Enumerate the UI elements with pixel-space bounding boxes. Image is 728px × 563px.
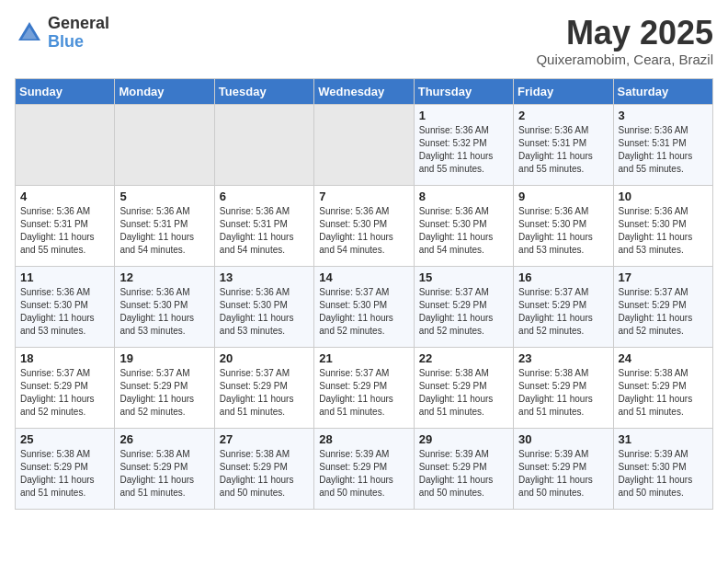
- day-cell: 12Sunrise: 5:36 AM Sunset: 5:30 PM Dayli…: [115, 266, 214, 347]
- month-title: May 2025: [536, 15, 713, 52]
- day-cell: [115, 104, 214, 185]
- day-cell: 2Sunrise: 5:36 AM Sunset: 5:31 PM Daylig…: [514, 104, 613, 185]
- day-cell: 19Sunrise: 5:37 AM Sunset: 5:29 PM Dayli…: [115, 347, 214, 428]
- column-header-sunday: Sunday: [16, 78, 115, 104]
- day-info: Sunrise: 5:39 AM Sunset: 5:29 PM Dayligh…: [319, 448, 408, 500]
- day-cell: 13Sunrise: 5:36 AM Sunset: 5:30 PM Dayli…: [214, 266, 313, 347]
- day-cell: 23Sunrise: 5:38 AM Sunset: 5:29 PM Dayli…: [514, 347, 613, 428]
- day-info: Sunrise: 5:36 AM Sunset: 5:31 PM Dayligh…: [119, 205, 209, 257]
- day-cell: 21Sunrise: 5:37 AM Sunset: 5:29 PM Dayli…: [314, 347, 414, 428]
- day-number: 6: [220, 190, 309, 203]
- day-info: Sunrise: 5:39 AM Sunset: 5:29 PM Dayligh…: [518, 448, 608, 500]
- day-number: 15: [419, 270, 508, 284]
- location-subtitle: Quixeramobim, Ceara, Brazil: [536, 52, 713, 67]
- week-row-1: 1Sunrise: 5:36 AM Sunset: 5:32 PM Daylig…: [16, 104, 713, 185]
- day-number: 4: [20, 190, 109, 203]
- day-number: 19: [119, 351, 209, 365]
- day-info: Sunrise: 5:36 AM Sunset: 5:30 PM Dayligh…: [518, 205, 608, 257]
- day-info: Sunrise: 5:37 AM Sunset: 5:29 PM Dayligh…: [20, 367, 109, 419]
- logo-text: General Blue: [48, 15, 109, 52]
- day-info: Sunrise: 5:36 AM Sunset: 5:30 PM Dayligh…: [619, 205, 708, 257]
- day-cell: 26Sunrise: 5:38 AM Sunset: 5:29 PM Dayli…: [115, 428, 214, 509]
- logo-general-text: General: [48, 15, 109, 33]
- day-info: Sunrise: 5:36 AM Sunset: 5:31 PM Dayligh…: [518, 124, 608, 176]
- day-number: 3: [619, 109, 708, 122]
- day-number: 26: [119, 432, 209, 446]
- day-cell: 15Sunrise: 5:37 AM Sunset: 5:29 PM Dayli…: [414, 266, 513, 347]
- day-info: Sunrise: 5:36 AM Sunset: 5:31 PM Dayligh…: [619, 124, 708, 176]
- day-number: 2: [518, 109, 608, 122]
- day-number: 21: [319, 351, 408, 365]
- week-row-3: 11Sunrise: 5:36 AM Sunset: 5:30 PM Dayli…: [16, 266, 713, 347]
- day-info: Sunrise: 5:36 AM Sunset: 5:30 PM Dayligh…: [20, 286, 109, 338]
- day-info: Sunrise: 5:37 AM Sunset: 5:29 PM Dayligh…: [419, 286, 508, 338]
- day-cell: 5Sunrise: 5:36 AM Sunset: 5:31 PM Daylig…: [115, 185, 214, 266]
- day-info: Sunrise: 5:37 AM Sunset: 5:29 PM Dayligh…: [518, 286, 608, 338]
- day-number: 5: [119, 190, 209, 203]
- day-cell: 10Sunrise: 5:36 AM Sunset: 5:30 PM Dayli…: [613, 185, 712, 266]
- day-info: Sunrise: 5:37 AM Sunset: 5:29 PM Dayligh…: [319, 367, 408, 419]
- column-header-saturday: Saturday: [613, 78, 712, 104]
- logo: General Blue: [15, 15, 109, 52]
- day-number: 24: [619, 351, 708, 365]
- day-number: 17: [619, 270, 708, 284]
- day-cell: [16, 104, 115, 185]
- day-cell: 16Sunrise: 5:37 AM Sunset: 5:29 PM Dayli…: [514, 266, 613, 347]
- day-cell: [314, 104, 414, 185]
- day-number: 25: [20, 432, 109, 446]
- day-info: Sunrise: 5:38 AM Sunset: 5:29 PM Dayligh…: [119, 448, 209, 500]
- day-info: Sunrise: 5:37 AM Sunset: 5:29 PM Dayligh…: [220, 367, 309, 419]
- column-header-friday: Friday: [514, 78, 613, 104]
- day-info: Sunrise: 5:36 AM Sunset: 5:30 PM Dayligh…: [419, 205, 508, 257]
- day-cell: 31Sunrise: 5:39 AM Sunset: 5:30 PM Dayli…: [613, 428, 712, 509]
- day-cell: 14Sunrise: 5:37 AM Sunset: 5:30 PM Dayli…: [314, 266, 414, 347]
- day-number: 23: [518, 351, 608, 365]
- day-number: 13: [220, 270, 309, 284]
- day-info: Sunrise: 5:37 AM Sunset: 5:29 PM Dayligh…: [119, 367, 209, 419]
- day-cell: 25Sunrise: 5:38 AM Sunset: 5:29 PM Dayli…: [16, 428, 115, 509]
- day-info: Sunrise: 5:36 AM Sunset: 5:30 PM Dayligh…: [119, 286, 209, 338]
- day-cell: 28Sunrise: 5:39 AM Sunset: 5:29 PM Dayli…: [314, 428, 414, 509]
- day-number: 8: [419, 190, 508, 203]
- day-cell: 1Sunrise: 5:36 AM Sunset: 5:32 PM Daylig…: [414, 104, 513, 185]
- day-info: Sunrise: 5:36 AM Sunset: 5:30 PM Dayligh…: [220, 286, 309, 338]
- day-number: 22: [419, 351, 508, 365]
- day-cell: 8Sunrise: 5:36 AM Sunset: 5:30 PM Daylig…: [414, 185, 513, 266]
- day-cell: 3Sunrise: 5:36 AM Sunset: 5:31 PM Daylig…: [613, 104, 712, 185]
- day-cell: 7Sunrise: 5:36 AM Sunset: 5:30 PM Daylig…: [314, 185, 414, 266]
- day-info: Sunrise: 5:36 AM Sunset: 5:31 PM Dayligh…: [220, 205, 309, 257]
- day-info: Sunrise: 5:39 AM Sunset: 5:30 PM Dayligh…: [619, 448, 708, 500]
- day-number: 10: [619, 190, 708, 203]
- day-cell: 9Sunrise: 5:36 AM Sunset: 5:30 PM Daylig…: [514, 185, 613, 266]
- day-info: Sunrise: 5:37 AM Sunset: 5:30 PM Dayligh…: [319, 286, 408, 338]
- day-number: 7: [319, 190, 408, 203]
- day-cell: 11Sunrise: 5:36 AM Sunset: 5:30 PM Dayli…: [16, 266, 115, 347]
- header-row: SundayMondayTuesdayWednesdayThursdayFrid…: [16, 78, 713, 104]
- day-number: 28: [319, 432, 408, 446]
- day-number: 31: [619, 432, 708, 446]
- day-number: 12: [119, 270, 209, 284]
- day-info: Sunrise: 5:36 AM Sunset: 5:31 PM Dayligh…: [20, 205, 109, 257]
- day-info: Sunrise: 5:36 AM Sunset: 5:30 PM Dayligh…: [319, 205, 408, 257]
- day-cell: 24Sunrise: 5:38 AM Sunset: 5:29 PM Dayli…: [613, 347, 712, 428]
- day-number: 30: [518, 432, 608, 446]
- day-info: Sunrise: 5:38 AM Sunset: 5:29 PM Dayligh…: [220, 448, 309, 500]
- day-cell: 30Sunrise: 5:39 AM Sunset: 5:29 PM Dayli…: [514, 428, 613, 509]
- day-number: 29: [419, 432, 508, 446]
- day-cell: 22Sunrise: 5:38 AM Sunset: 5:29 PM Dayli…: [414, 347, 513, 428]
- column-header-monday: Monday: [115, 78, 214, 104]
- day-number: 18: [20, 351, 109, 365]
- day-info: Sunrise: 5:36 AM Sunset: 5:32 PM Dayligh…: [419, 124, 508, 176]
- day-number: 14: [319, 270, 408, 284]
- day-number: 20: [220, 351, 309, 365]
- week-row-4: 18Sunrise: 5:37 AM Sunset: 5:29 PM Dayli…: [16, 347, 713, 428]
- day-cell: [214, 104, 313, 185]
- calendar-table: SundayMondayTuesdayWednesdayThursdayFrid…: [15, 78, 713, 510]
- day-info: Sunrise: 5:38 AM Sunset: 5:29 PM Dayligh…: [619, 367, 708, 419]
- day-info: Sunrise: 5:37 AM Sunset: 5:29 PM Dayligh…: [619, 286, 708, 338]
- day-number: 27: [220, 432, 309, 446]
- day-cell: 27Sunrise: 5:38 AM Sunset: 5:29 PM Dayli…: [214, 428, 313, 509]
- day-cell: 17Sunrise: 5:37 AM Sunset: 5:29 PM Dayli…: [613, 266, 712, 347]
- day-cell: 20Sunrise: 5:37 AM Sunset: 5:29 PM Dayli…: [214, 347, 313, 428]
- week-row-2: 4Sunrise: 5:36 AM Sunset: 5:31 PM Daylig…: [16, 185, 713, 266]
